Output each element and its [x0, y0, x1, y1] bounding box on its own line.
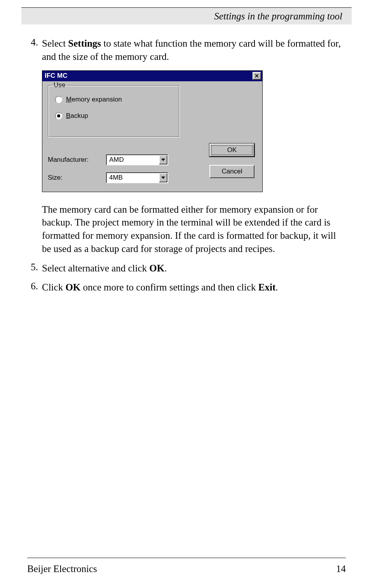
ok-button[interactable]: OK	[209, 144, 254, 157]
size-dropdown[interactable]: 4MB	[106, 172, 168, 183]
page-number: 14	[336, 564, 346, 574]
dropdown-value: 4MB	[109, 174, 123, 182]
close-icon: ✕	[254, 73, 259, 79]
size-field: Size: 4MB	[48, 172, 168, 183]
manufacturer-field: Manufacturer: AMD	[48, 154, 168, 165]
radio-icon	[55, 96, 62, 103]
manufacturer-dropdown[interactable]: AMD	[106, 154, 168, 165]
step-text: Select Settings to state what function t…	[42, 37, 346, 63]
header-title: Settings in the programming tool	[214, 11, 342, 22]
radio-label: Memory expansion	[66, 96, 122, 103]
footer-left: Beijer Electronics	[27, 564, 97, 574]
radio-backup[interactable]: Backup	[55, 112, 88, 120]
group-legend: Use	[52, 81, 67, 89]
step-number: 6.	[27, 281, 42, 294]
step-text: Select alternative and click OK.	[42, 262, 167, 275]
ifc-mc-dialog: IFC MC ✕ Use Memory expansion Backup Man…	[42, 70, 263, 192]
close-button[interactable]: ✕	[253, 72, 261, 80]
use-groupbox: Use Memory expansion Backup	[48, 85, 180, 138]
dialog-title: IFC MC	[45, 72, 68, 80]
chevron-down-icon	[159, 155, 167, 164]
step-text: Click OK once more to confirm settings a…	[42, 281, 278, 294]
step-number: 5.	[27, 262, 42, 275]
page-footer: Beijer Electronics 14	[27, 558, 346, 574]
dropdown-value: AMD	[109, 156, 124, 164]
content-area: 4. Select Settings to state what functio…	[27, 37, 346, 300]
svg-marker-0	[161, 159, 165, 161]
dialog-titlebar[interactable]: IFC MC ✕	[42, 70, 263, 81]
radio-memory-expansion[interactable]: Memory expansion	[55, 96, 122, 103]
step-6: 6. Click OK once more to confirm setting…	[27, 281, 346, 294]
radio-label: Backup	[66, 112, 88, 120]
cancel-button[interactable]: Cancel	[209, 165, 254, 178]
step-number: 4.	[27, 37, 42, 63]
dialog-body: Use Memory expansion Backup Manufacturer…	[42, 81, 263, 192]
explanation-paragraph: The memory card can be formatted either …	[42, 203, 346, 256]
size-label: Size:	[48, 174, 106, 182]
page-header: Settings in the programming tool	[21, 7, 352, 24]
radio-icon	[55, 112, 62, 119]
manufacturer-label: Manufacturer:	[48, 156, 106, 164]
svg-marker-1	[161, 177, 165, 179]
step-4: 4. Select Settings to state what functio…	[27, 37, 346, 63]
step-5: 5. Select alternative and click OK.	[27, 262, 346, 275]
chevron-down-icon	[159, 173, 167, 182]
